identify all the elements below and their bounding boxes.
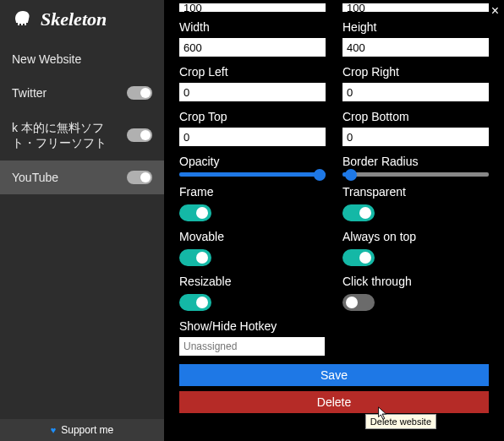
width-label: Width [179, 20, 326, 34]
support-me-button[interactable]: ♥ Support me [0, 419, 164, 441]
cursor-icon [377, 406, 389, 422]
border-radius-slider[interactable] [342, 172, 489, 177]
crop-bottom-input[interactable] [342, 128, 489, 146]
transparent-toggle[interactable] [342, 204, 375, 221]
sidebar-toggle-freesoft[interactable] [127, 128, 152, 142]
width-input[interactable] [179, 38, 326, 57]
field-top-left [179, 3, 326, 12]
transparent-label: Transparent [342, 185, 489, 199]
crop-right-label: Crop Right [342, 65, 489, 79]
crop-left-label: Crop Left [179, 65, 326, 79]
sidebar-item-youtube[interactable]: YouTube [0, 161, 164, 194]
close-button[interactable]: × [491, 3, 499, 19]
opacity-slider[interactable] [179, 172, 326, 177]
resizable-label: Resizable [179, 275, 326, 288]
delete-tooltip: Delete website [365, 414, 436, 429]
crop-left-input[interactable] [179, 83, 326, 101]
border-radius-label: Border Radius [342, 155, 489, 168]
crop-bottom-label: Crop Bottom [342, 110, 489, 123]
sidebar-item-freesoft[interactable]: k 本的に無料ソフト・フリーソフト [0, 110, 164, 161]
hotkey-input[interactable] [179, 337, 325, 356]
crop-right-input[interactable] [342, 83, 489, 101]
always-on-top-toggle[interactable] [342, 249, 375, 266]
frame-toggle[interactable] [179, 204, 211, 221]
field-top-right [342, 3, 489, 12]
top-left-input[interactable] [179, 3, 326, 12]
sidebar-item-label: Twitter [12, 86, 127, 100]
frame-label: Frame [179, 185, 326, 199]
app-name: Skeleton [41, 8, 107, 30]
sidebar: Skeleton New Website Twitter k 本的に無料ソフト・… [0, 0, 164, 441]
movable-label: Movable [179, 230, 326, 243]
hotkey-label: Show/Hide Hotkey [179, 319, 489, 333]
sidebar-toggle-twitter[interactable] [127, 86, 152, 100]
sidebar-item-label: New Website [12, 52, 152, 66]
sidebar-toggle-youtube[interactable] [127, 171, 152, 184]
click-through-toggle[interactable] [342, 294, 375, 311]
movable-toggle[interactable] [179, 249, 211, 266]
opacity-label: Opacity [179, 155, 326, 168]
skull-icon [12, 10, 34, 29]
always-on-top-label: Always on top [342, 230, 489, 243]
save-button[interactable]: Save [179, 364, 489, 386]
delete-button[interactable]: Delete [179, 391, 489, 413]
sidebar-item-label: k 本的に無料ソフト・フリーソフト [12, 120, 127, 150]
height-input[interactable] [342, 38, 489, 57]
support-label: Support me [61, 424, 113, 436]
resizable-toggle[interactable] [179, 294, 211, 311]
top-right-input[interactable] [342, 3, 489, 12]
crop-top-input[interactable] [179, 128, 326, 146]
main-panel: × Width Height Crop Left Crop Right Crop… [164, 0, 504, 441]
heart-icon: ♥ [51, 425, 57, 435]
click-through-label: Click through [342, 275, 489, 288]
sidebar-item-new-website[interactable]: New Website [0, 42, 164, 76]
sidebar-item-label: YouTube [12, 171, 127, 184]
app-logo: Skeleton [0, 0, 164, 42]
sidebar-item-twitter[interactable]: Twitter [0, 76, 164, 110]
crop-top-label: Crop Top [179, 110, 326, 123]
height-label: Height [342, 20, 489, 34]
